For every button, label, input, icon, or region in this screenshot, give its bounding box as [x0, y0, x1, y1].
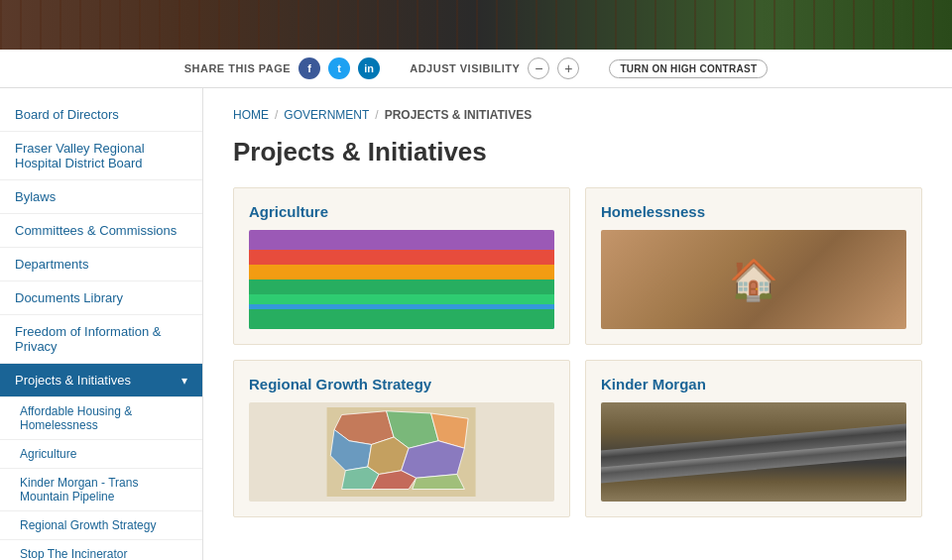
card-homelessness-title: Homelessness — [601, 203, 906, 220]
sidebar-subitem-regional-growth[interactable]: Regional Growth Strategy — [0, 511, 202, 540]
decrease-visibility-button[interactable]: − — [528, 57, 549, 79]
chevron-down-icon: ▾ — [181, 374, 187, 388]
sidebar-subitem-kinder-morgan[interactable]: Kinder Morgan - Trans Mountain Pipeline — [0, 469, 202, 511]
card-kinder-morgan-title: Kinder Morgan — [601, 376, 906, 392]
content-area: HOME / GOVERNMENT / PROJECTS & INITIATIV… — [203, 88, 952, 560]
card-homelessness-image — [601, 230, 906, 329]
breadcrumb-current: PROJECTS & INITIATIVES — [385, 108, 532, 122]
breadcrumb-government[interactable]: GOVERNMENT — [284, 108, 369, 122]
sidebar-subitem-agriculture[interactable]: Agriculture — [0, 440, 202, 469]
card-kinder-morgan[interactable]: Kinder Morgan — [585, 360, 922, 517]
breadcrumb-separator-1: / — [275, 108, 278, 122]
main-layout: Board of Directors Fraser Valley Regiona… — [0, 88, 952, 560]
breadcrumb-home[interactable]: HOME — [233, 108, 269, 122]
breadcrumb-separator-2: / — [375, 108, 378, 122]
top-action-bar: SHARE THIS PAGE f t in ADJUST VISIBILITY… — [0, 50, 952, 88]
card-agriculture-image — [249, 230, 554, 329]
high-contrast-button[interactable]: TURN ON HIGH CONTRAST — [609, 59, 768, 78]
sidebar-item-departments[interactable]: Departments — [0, 248, 202, 281]
card-kinder-morgan-image — [601, 402, 906, 502]
card-regional-growth-image — [249, 402, 554, 502]
page-title: Projects & Initiatives — [233, 137, 922, 168]
sidebar-item-board-of-directors[interactable]: Board of Directors — [0, 98, 202, 132]
card-agriculture[interactable]: Agriculture — [233, 187, 570, 345]
sidebar-item-documents[interactable]: Documents Library — [0, 281, 202, 315]
twitter-icon[interactable]: t — [328, 57, 350, 79]
sidebar-item-projects[interactable]: Projects & Initiatives ▾ — [0, 364, 202, 397]
card-regional-growth-title: Regional Growth Strategy — [249, 376, 554, 392]
increase-visibility-button[interactable]: + — [557, 57, 579, 79]
sidebar-item-bylaws[interactable]: Bylaws — [0, 180, 202, 214]
card-regional-growth[interactable]: Regional Growth Strategy — [233, 360, 570, 517]
linkedin-icon[interactable]: in — [358, 57, 380, 79]
sidebar-item-committees[interactable]: Committees & Commissions — [0, 214, 202, 248]
cards-grid: Agriculture Homelessness Regional Growth… — [233, 187, 922, 517]
breadcrumb: HOME / GOVERNMENT / PROJECTS & INITIATIV… — [233, 108, 922, 122]
sidebar-item-foi[interactable]: Freedom of Information & Privacy — [0, 315, 202, 364]
adjust-label: ADJUST VISIBILITY — [410, 62, 520, 74]
share-label: SHARE THIS PAGE — [184, 62, 292, 74]
facebook-icon[interactable]: f — [298, 57, 320, 79]
card-agriculture-title: Agriculture — [249, 203, 554, 220]
sidebar: Board of Directors Fraser Valley Regiona… — [0, 88, 203, 560]
hero-banner — [0, 0, 952, 50]
card-homelessness[interactable]: Homelessness — [585, 187, 922, 345]
map-svg — [264, 407, 538, 497]
share-section: SHARE THIS PAGE f t in — [184, 57, 381, 79]
sidebar-item-fvrhdb[interactable]: Fraser Valley Regional Hospital District… — [0, 132, 202, 180]
visibility-section: ADJUST VISIBILITY − + — [410, 57, 579, 79]
sidebar-subitem-incinerator[interactable]: Stop The Incinerator — [0, 540, 202, 560]
sidebar-subitem-housing[interactable]: Affordable Housing & Homelessness — [0, 397, 202, 440]
